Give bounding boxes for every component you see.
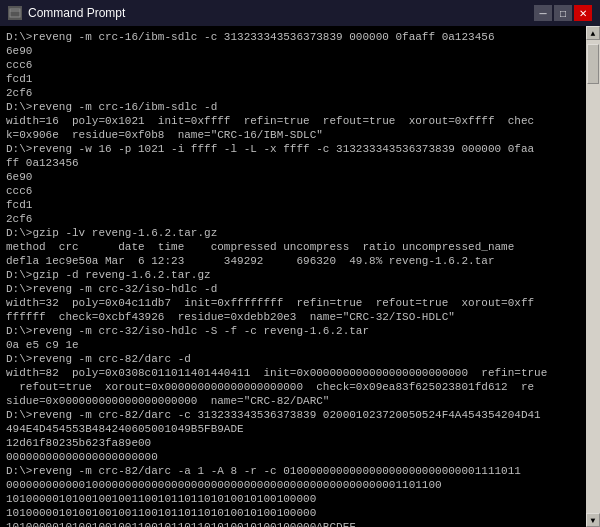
terminal-line: 0000000000001000000000000000000000000000…: [6, 478, 580, 492]
terminal-line: D:\>reveng -m crc-16/ibm-sdlc -c 3132333…: [6, 30, 580, 44]
terminal-line: ff 0a123456: [6, 156, 580, 170]
terminal-line: width=32 poly=0x04c11db7 init=0xffffffff…: [6, 296, 580, 310]
terminal-line: D:\>reveng -w 16 -p 1021 -i ffff -l -L -…: [6, 142, 580, 156]
terminal-output: D:\>reveng -m crc-16/ibm-sdlc -c 3132333…: [0, 26, 586, 527]
terminal-line: ccc6: [6, 184, 580, 198]
close-button[interactable]: ✕: [574, 5, 592, 21]
terminal-line: ccc6: [6, 58, 580, 72]
terminal-icon: [8, 6, 22, 20]
terminal-line: D:\>reveng -m crc-32/iso-hdlc -S -f -c r…: [6, 324, 580, 338]
terminal-line: k=0x906e residue=0xf0b8 name="CRC-16/IBM…: [6, 128, 580, 142]
scrollbar-thumb[interactable]: [587, 44, 599, 84]
terminal-line: D:\>gzip -d reveng-1.6.2.tar.gz: [6, 268, 580, 282]
terminal-line: defla 1ec9e50a Mar 6 12:23 349292 696320…: [6, 254, 580, 268]
terminal-line: 0a e5 c9 1e: [6, 338, 580, 352]
scrollbar-track[interactable]: [586, 40, 600, 513]
scroll-down-arrow[interactable]: ▼: [586, 513, 600, 527]
title-bar: Command Prompt ─ □ ✕: [0, 0, 600, 26]
terminal-line: 6e90: [6, 170, 580, 184]
terminal-line: 494E4D454553B484240605001049B5FB9ADE: [6, 422, 580, 436]
minimize-button[interactable]: ─: [534, 5, 552, 21]
terminal-line: 1010000010100100100110010110110101001010…: [6, 492, 580, 506]
terminal-line: 2cf6: [6, 86, 580, 100]
window-title: Command Prompt: [28, 6, 125, 20]
terminal-line: fcd1: [6, 198, 580, 212]
terminal-line: D:\>reveng -m crc-32/iso-hdlc -d: [6, 282, 580, 296]
terminal-line: 12d61f80235b623fa89e00: [6, 436, 580, 450]
terminal-line: D:\>reveng -m crc-82/darc -c 31323334353…: [6, 408, 580, 422]
svg-rect-0: [10, 9, 20, 17]
terminal-line: 00000000000000000000000: [6, 450, 580, 464]
maximize-button[interactable]: □: [554, 5, 572, 21]
terminal-line: D:\>reveng -m crc-82/darc -d: [6, 352, 580, 366]
terminal-line: ffffff check=0xcbf43926 residue=0xdebb20…: [6, 310, 580, 324]
terminal-line: width=82 poly=0x0308c011011401440411 ini…: [6, 366, 580, 380]
terminal-line: 1010000010100100100110010110110101001010…: [6, 506, 580, 520]
terminal-line: 1010000010100100100110010110110101001010…: [6, 520, 580, 527]
terminal-line: 2cf6: [6, 212, 580, 226]
terminal-line: 6e90: [6, 44, 580, 58]
terminal-line: refout=true xorout=0x0000000000000000000…: [6, 380, 580, 394]
terminal-line: fcd1: [6, 72, 580, 86]
terminal-line: sidue=0x000000000000000000000 name="CRC-…: [6, 394, 580, 408]
terminal-line: D:\>reveng -m crc-16/ibm-sdlc -d: [6, 100, 580, 114]
terminal-line: width=16 poly=0x1021 init=0xffff refin=t…: [6, 114, 580, 128]
scrollbar[interactable]: ▲ ▼: [586, 26, 600, 527]
terminal-line: D:\>gzip -lv reveng-1.6.2.tar.gz: [6, 226, 580, 240]
terminal-line: method crc date time compressed uncompre…: [6, 240, 580, 254]
scroll-up-arrow[interactable]: ▲: [586, 26, 600, 40]
window-controls: ─ □ ✕: [534, 5, 592, 21]
terminal-line: D:\>reveng -m crc-82/darc -a 1 -A 8 -r -…: [6, 464, 580, 478]
